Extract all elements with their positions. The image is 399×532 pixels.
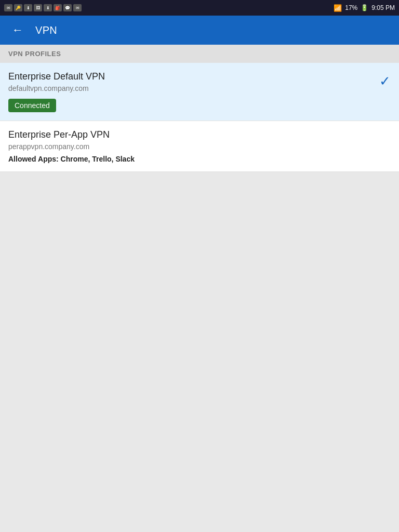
notif-icon-download2: ⬇ xyxy=(44,4,52,11)
notif-icon-key: 🔑 xyxy=(14,4,22,11)
time-display: 9:05 PM xyxy=(371,4,395,11)
notif-icon-bag: 🎒 xyxy=(54,4,62,11)
notif-icon-mail2: ✉ xyxy=(73,4,82,11)
back-button[interactable]: ← xyxy=(8,21,27,39)
connected-checkmark-icon: ✓ xyxy=(379,73,391,89)
vpn-allowed-apps: Allowed Apps: Chrome, Trello, Slack xyxy=(8,155,391,163)
wifi-icon: 📶 xyxy=(334,4,342,12)
allowed-apps-label: Allowed Apps: xyxy=(8,155,59,163)
vpn-profile-enterprise-default[interactable]: Enterprise Default VPN defaultvpn.compan… xyxy=(0,63,399,121)
vpn-profile-host: defaultvpn.company.com xyxy=(8,84,391,92)
status-bar: ✉ 🔑 ⬇ 🖼 ⬇ 🎒 💬 ✉ 📶 17% 🔋 9:05 PM xyxy=(0,0,399,16)
vpn-profile-name: Enterprise Default VPN xyxy=(8,71,391,82)
vpn-profiles-section-header: VPN PROFILES xyxy=(0,45,399,63)
app-bar-title: VPN xyxy=(35,24,57,36)
vpn-profile-host: perappvpn.company.com xyxy=(8,142,391,151)
vpn-profile-name: Enterprise Per-App VPN xyxy=(8,129,391,140)
notif-icon-msg: 💬 xyxy=(63,4,72,11)
vpn-profile-enterprise-per-app[interactable]: Enterprise Per-App VPN perappvpn.company… xyxy=(0,121,399,172)
notif-icon-email: ✉ xyxy=(4,4,12,11)
notif-icon-download: ⬇ xyxy=(24,4,32,11)
app-bar: ← VPN xyxy=(0,16,399,45)
battery-icon: 🔋 xyxy=(361,4,368,11)
notif-icon-image: 🖼 xyxy=(34,4,42,11)
notification-icons: ✉ 🔑 ⬇ 🖼 ⬇ 🎒 💬 ✉ xyxy=(4,4,82,11)
empty-content-area xyxy=(0,172,399,532)
battery-level: 17% xyxy=(345,4,357,11)
back-arrow-icon: ← xyxy=(12,24,23,36)
allowed-apps-value: Chrome, Trello, Slack xyxy=(61,155,135,163)
connected-badge: Connected xyxy=(8,99,56,112)
status-bar-right: 📶 17% 🔋 9:05 PM xyxy=(334,4,395,12)
